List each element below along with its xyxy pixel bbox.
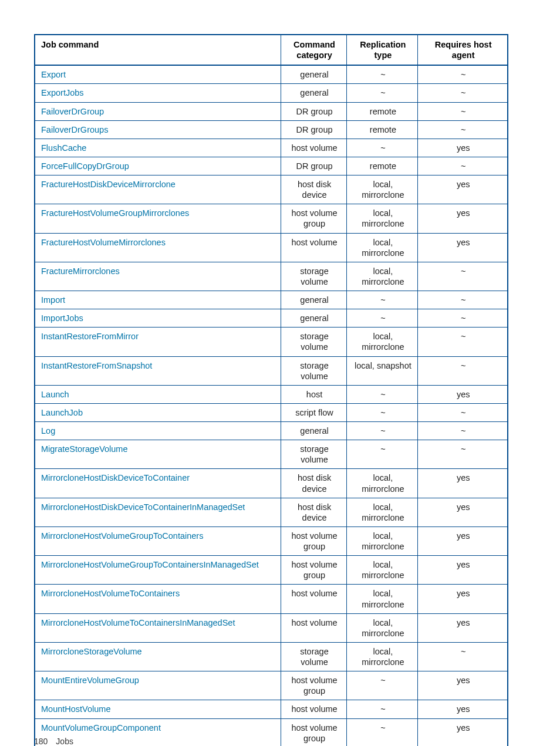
cell-replication-type: remote bbox=[347, 157, 418, 175]
table-row: MountVolumeGroupComponenthost volume gro… bbox=[35, 718, 508, 746]
cell-command-category: host volume bbox=[281, 139, 347, 157]
cell-command-category: DR group bbox=[281, 120, 347, 139]
cell-job-command: Export bbox=[35, 65, 281, 84]
cell-requires-host-agent: yes bbox=[418, 585, 508, 613]
cell-requires-host-agent: yes bbox=[418, 556, 508, 585]
cell-command-category: general bbox=[281, 309, 347, 328]
cell-job-command: FractureMirrorclones bbox=[35, 262, 281, 291]
job-command-link[interactable]: ImportJobs bbox=[41, 313, 83, 323]
table-header: Job command Command category Replication… bbox=[35, 35, 508, 65]
cell-requires-host-agent: ~ bbox=[418, 440, 508, 469]
cell-job-command: MirrorcloneHostVolumeGroupToContainers bbox=[35, 526, 281, 555]
cell-command-category: storage volume bbox=[281, 356, 347, 385]
cell-command-category: host volume bbox=[281, 233, 347, 262]
cell-command-category: host volume group bbox=[281, 204, 347, 233]
table-row: MigrateStorageVolumestorage volume~~ bbox=[35, 440, 508, 469]
cell-requires-host-agent: ~ bbox=[418, 328, 508, 356]
cell-requires-host-agent: yes bbox=[418, 613, 508, 642]
cell-job-command: FailoverDrGroups bbox=[35, 120, 281, 139]
table-row: FractureHostVolumeGroupMirrorcloneshost … bbox=[35, 204, 508, 233]
job-command-link[interactable]: MirrorcloneStorageVolume bbox=[41, 647, 142, 656]
job-command-link[interactable]: MountHostVolume bbox=[41, 704, 110, 714]
cell-command-category: general bbox=[281, 422, 347, 440]
cell-replication-type: ~ bbox=[347, 700, 418, 718]
cell-requires-host-agent: ~ bbox=[418, 309, 508, 328]
table-row: MountEntireVolumeGrouphost volume group~… bbox=[35, 671, 508, 700]
job-command-link[interactable]: MirrorcloneHostVolumeToContainers bbox=[41, 589, 180, 598]
job-command-link[interactable]: FractureHostDiskDeviceMirrorclone bbox=[41, 180, 176, 189]
cell-replication-type: ~ bbox=[347, 309, 418, 328]
cell-requires-host-agent: yes bbox=[418, 526, 508, 555]
cell-replication-type: local, mirrorclone bbox=[347, 233, 418, 262]
job-command-link[interactable]: MigrateStorageVolume bbox=[41, 444, 128, 454]
table-row: FlushCachehost volume~yes bbox=[35, 139, 508, 157]
cell-replication-type: ~ bbox=[347, 291, 418, 309]
table-row: MirrorcloneHostDiskDeviceToContainerhost… bbox=[35, 469, 508, 498]
job-command-link[interactable]: LaunchJob bbox=[41, 408, 83, 417]
cell-job-command: MirrorcloneHostDiskDeviceToContainerInMa… bbox=[35, 498, 281, 526]
job-command-link[interactable]: InstantRestoreFromSnapshot bbox=[41, 361, 152, 370]
cell-job-command: InstantRestoreFromMirror bbox=[35, 328, 281, 356]
table-row: Importgeneral~~ bbox=[35, 291, 508, 309]
table-row: ImportJobsgeneral~~ bbox=[35, 309, 508, 328]
cell-command-category: storage volume bbox=[281, 642, 347, 671]
cell-command-category: host disk device bbox=[281, 175, 347, 204]
cell-command-category: host volume group bbox=[281, 526, 347, 555]
cell-job-command: MountEntireVolumeGroup bbox=[35, 671, 281, 700]
table-row: MirrorcloneHostDiskDeviceToContainerInMa… bbox=[35, 498, 508, 526]
cell-job-command: MigrateStorageVolume bbox=[35, 440, 281, 469]
cell-replication-type: ~ bbox=[347, 84, 418, 102]
cell-replication-type: remote bbox=[347, 102, 418, 120]
job-command-link[interactable]: MirrorcloneHostVolumeGroupToContainersIn… bbox=[41, 560, 259, 569]
cell-requires-host-agent: yes bbox=[418, 139, 508, 157]
cell-job-command: FractureHostDiskDeviceMirrorclone bbox=[35, 175, 281, 204]
cell-job-command: FlushCache bbox=[35, 139, 281, 157]
cell-requires-host-agent: ~ bbox=[418, 84, 508, 102]
job-command-link[interactable]: Launch bbox=[41, 390, 69, 399]
job-command-link[interactable]: ExportJobs bbox=[41, 88, 84, 97]
job-command-link[interactable]: FlushCache bbox=[41, 143, 86, 153]
cell-job-command: MirrorcloneHostVolumeToContainers bbox=[35, 585, 281, 613]
cell-job-command: FailoverDrGroup bbox=[35, 102, 281, 120]
job-command-link[interactable]: FailoverDrGroups bbox=[41, 125, 108, 134]
table-row: ExportJobsgeneral~~ bbox=[35, 84, 508, 102]
job-command-link[interactable]: MirrorcloneHostVolumeGroupToContainers bbox=[41, 531, 203, 541]
page: Job command Command category Replication… bbox=[0, 0, 560, 746]
section-title: Jobs bbox=[56, 737, 73, 746]
job-command-link[interactable]: FractureHostVolumeGroupMirrorclones bbox=[41, 208, 189, 218]
cell-replication-type: remote bbox=[347, 120, 418, 139]
job-command-link[interactable]: MirrorcloneHostDiskDeviceToContainer bbox=[41, 473, 190, 482]
table-row: FractureHostVolumeMirrorcloneshost volum… bbox=[35, 233, 508, 262]
page-number: 180 bbox=[34, 737, 48, 746]
header-job-command: Job command bbox=[35, 35, 281, 65]
cell-job-command: Log bbox=[35, 422, 281, 440]
job-command-link[interactable]: Export bbox=[41, 70, 66, 79]
cell-requires-host-agent: ~ bbox=[418, 356, 508, 385]
table-row: FailoverDrGroupsDR groupremote~ bbox=[35, 120, 508, 139]
job-command-link[interactable]: FractureHostVolumeMirrorclones bbox=[41, 238, 166, 247]
table-row: MirrorcloneHostVolumeGroupToContainersho… bbox=[35, 526, 508, 555]
job-command-link[interactable]: FractureMirrorclones bbox=[41, 266, 120, 276]
jobs-table: Job command Command category Replication… bbox=[34, 34, 508, 746]
job-command-link[interactable]: FailoverDrGroup bbox=[41, 107, 104, 116]
cell-command-category: host volume bbox=[281, 700, 347, 718]
job-command-link[interactable]: MirrorcloneHostDiskDeviceToContainerInMa… bbox=[41, 502, 245, 512]
cell-replication-type: local, mirrorclone bbox=[347, 469, 418, 498]
job-command-link[interactable]: MountEntireVolumeGroup bbox=[41, 676, 139, 685]
job-command-link[interactable]: InstantRestoreFromMirror bbox=[41, 332, 139, 341]
cell-command-category: host bbox=[281, 385, 347, 403]
table-row: MirrorcloneHostVolumeGroupToContainersIn… bbox=[35, 556, 508, 585]
cell-job-command: MirrorcloneStorageVolume bbox=[35, 642, 281, 671]
job-command-link[interactable]: Import bbox=[41, 295, 65, 305]
job-command-link[interactable]: MountVolumeGroupComponent bbox=[41, 723, 161, 733]
cell-replication-type: local, mirrorclone bbox=[347, 175, 418, 204]
cell-replication-type: local, mirrorclone bbox=[347, 556, 418, 585]
job-command-link[interactable]: MirrorcloneHostVolumeToContainersInManag… bbox=[41, 618, 235, 627]
cell-command-category: general bbox=[281, 84, 347, 102]
cell-replication-type: local, mirrorclone bbox=[347, 262, 418, 291]
job-command-link[interactable]: ForceFullCopyDrGroup bbox=[41, 161, 129, 171]
header-requires-host-agent: Requires host agent bbox=[418, 35, 508, 65]
job-command-link[interactable]: Log bbox=[41, 426, 55, 436]
cell-job-command: Import bbox=[35, 291, 281, 309]
cell-replication-type: ~ bbox=[347, 718, 418, 746]
